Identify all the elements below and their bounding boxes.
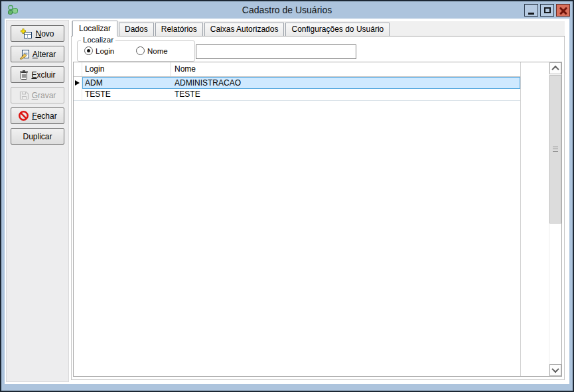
- minimize-button[interactable]: [524, 4, 538, 17]
- duplicar-label: Duplicar: [23, 132, 52, 141]
- alterar-button[interactable]: Alterar: [11, 46, 64, 62]
- scroll-down-button[interactable]: [549, 364, 561, 376]
- cell-login: ADM: [82, 77, 171, 89]
- action-sidebar: Novo Alterar: [6, 20, 69, 382]
- tab-caixas-autorizados[interactable]: Caixas Autorizados: [204, 23, 285, 36]
- radio-login-label: Login: [96, 47, 114, 55]
- title-bar: Cadastro de Usuários: [1, 1, 573, 19]
- maximize-icon: [544, 7, 551, 13]
- radio-login-circle-icon: [84, 46, 93, 55]
- gravar-button[interactable]: Gravar: [11, 87, 64, 103]
- cell-login: TESTE: [82, 89, 171, 100]
- tab-page-localizar: Localizar Login Nome: [71, 36, 565, 380]
- cell-nome: ADMINISTRACAO: [171, 77, 520, 89]
- edit-icon: [19, 49, 30, 60]
- close-icon: [559, 7, 567, 15]
- search-input[interactable]: [196, 44, 356, 59]
- chevron-up-icon: [551, 66, 559, 73]
- alterar-label: Alterar: [33, 50, 56, 59]
- novo-button[interactable]: Novo: [11, 25, 64, 42]
- window-controls: [524, 4, 570, 17]
- table-row[interactable]: ADM ADMINISTRACAO: [74, 77, 520, 89]
- window-content: Novo Alterar: [5, 19, 569, 384]
- excluir-button[interactable]: Excluir: [11, 66, 64, 83]
- scroll-up-button[interactable]: [549, 62, 561, 74]
- radio-nome-circle-icon: [136, 46, 145, 55]
- row-indicator-cell: [74, 89, 82, 100]
- tab-control: Localizar Dados Relatórios Caixas Autori…: [71, 21, 565, 380]
- radio-login[interactable]: Login: [84, 46, 114, 55]
- groupbox-label: Localizar: [81, 36, 115, 44]
- grid-indicator-header: [74, 62, 82, 76]
- new-record-icon: [21, 29, 33, 39]
- maximize-button[interactable]: [540, 4, 554, 17]
- grid-header-login: Login: [82, 62, 171, 76]
- radio-nome[interactable]: Nome: [136, 46, 168, 55]
- current-row-arrow-icon: [75, 80, 80, 86]
- tab-strip: Localizar Dados Relatórios Caixas Autori…: [71, 21, 565, 36]
- window-title: Cadastro de Usuários: [1, 1, 573, 19]
- minimize-icon: [528, 13, 534, 15]
- scrollbar-thumb[interactable]: [549, 75, 561, 224]
- scrollbar-gripper-icon: [553, 147, 558, 152]
- tab-localizar[interactable]: Localizar: [72, 21, 117, 36]
- fechar-label: Fechar: [32, 111, 56, 121]
- duplicar-button[interactable]: Duplicar: [11, 128, 64, 145]
- grid-header-row: Login Nome: [74, 62, 520, 77]
- tab-relatorios[interactable]: Relatórios: [155, 23, 203, 36]
- tab-dados[interactable]: Dados: [119, 23, 154, 36]
- tab-configuracoes-usuario[interactable]: Configurações do Usuário: [285, 23, 390, 36]
- vertical-scrollbar[interactable]: [549, 62, 561, 376]
- trash-icon: [19, 70, 29, 80]
- row-indicator-cell: [74, 77, 82, 89]
- gravar-label: Gravar: [32, 91, 56, 100]
- chevron-down-icon: [551, 365, 559, 373]
- app-window: Cadastro de Usuários Novo: [0, 0, 574, 392]
- fechar-button[interactable]: Fechar: [11, 107, 64, 124]
- save-icon: [19, 91, 29, 100]
- users-grid: Login Nome ADM ADMINISTRACAO TESTE TESTE: [74, 62, 521, 376]
- close-button[interactable]: [556, 4, 570, 17]
- localizar-groupbox: Localizar Login Nome: [77, 40, 195, 62]
- users-grid-container: Login Nome ADM ADMINISTRACAO TESTE TESTE: [73, 62, 562, 377]
- excluir-label: Excluir: [31, 70, 55, 80]
- grid-header-nome: Nome: [171, 62, 520, 76]
- cell-nome: TESTE: [171, 89, 520, 100]
- radio-nome-label: Nome: [147, 47, 168, 55]
- cancel-icon: [18, 110, 29, 121]
- table-row[interactable]: TESTE TESTE: [74, 89, 520, 101]
- novo-label: Novo: [35, 29, 54, 38]
